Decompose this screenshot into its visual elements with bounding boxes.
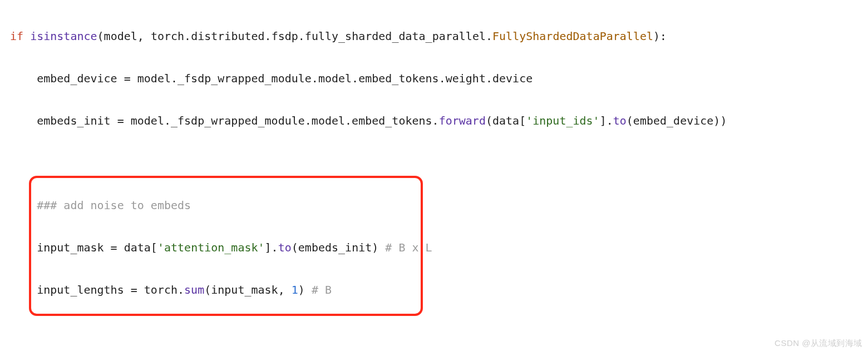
code-line-6: input_mask = data['attention_mask'].to(e… — [10, 237, 858, 258]
fn-isinstance: isinstance — [30, 29, 97, 43]
code-line-3: embeds_init = model._fsdp_wrapped_module… — [10, 110, 858, 131]
comment: ### add noise to embeds — [37, 199, 191, 212]
code-block: if isinstance(model, torch.distributed.f… — [0, 0, 868, 356]
class-fsdp: FullyShardedDataParallel — [492, 29, 653, 43]
code-line-7: input_lengths = torch.sum(input_mask, 1)… — [10, 279, 858, 300]
code-line-4 — [10, 152, 858, 174]
code-line-5: ### add noise to embeds — [10, 195, 858, 216]
code-line-8 — [10, 322, 858, 343]
code-line-2: embed_device = model._fsdp_wrapped_modul… — [10, 68, 858, 89]
keyword-if: if — [10, 29, 23, 43]
code-line-1: if isinstance(model, torch.distributed.f… — [10, 26, 858, 47]
watermark: CSDN @从流域到海域 — [775, 333, 862, 354]
